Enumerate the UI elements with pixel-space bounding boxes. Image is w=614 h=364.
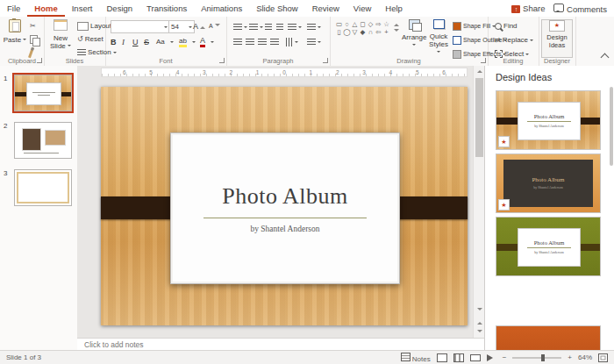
replace-button[interactable]: ⇄Replace <box>495 34 533 46</box>
tab-design[interactable]: Design <box>99 0 139 17</box>
align-text-button[interactable] <box>307 36 321 47</box>
find-button[interactable]: Find <box>495 20 518 32</box>
design-ideas-button[interactable]: ★ Design Ideas <box>541 19 573 58</box>
shape-triangle-icon[interactable]: △ <box>351 20 359 28</box>
numbering-button[interactable] <box>249 21 263 32</box>
editing-group-label: Editing <box>488 57 539 65</box>
slide-sorter-view-icon[interactable] <box>453 353 464 362</box>
columns-button[interactable] <box>284 36 298 47</box>
align-center-button[interactable] <box>246 36 254 47</box>
comments-icon <box>553 4 564 12</box>
shapes-scroll[interactable] <box>393 20 400 36</box>
arrange-button[interactable]: Arrange <box>402 19 426 49</box>
tab-file[interactable]: File <box>0 0 27 17</box>
design-variant-1[interactable]: Photo Album by Shantel Anderson ★ <box>496 90 601 150</box>
slideshow-view-icon[interactable] <box>487 354 496 361</box>
underline-button[interactable]: U <box>132 36 142 47</box>
comments-button[interactable]: Comments <box>553 4 607 14</box>
vertical-scrollbar[interactable] <box>473 66 485 338</box>
copy-button[interactable] <box>30 33 38 45</box>
new-slide-button[interactable]: New Slide <box>46 19 75 50</box>
grow-font-button[interactable]: A <box>193 20 205 32</box>
shape-rectangle-icon[interactable]: ▭ <box>335 20 343 28</box>
main-slide[interactable]: Photo Album by Shantel Anderson <box>101 87 468 325</box>
normal-view-icon[interactable] <box>437 353 447 362</box>
share-button[interactable]: ↑ Share <box>511 4 545 13</box>
shape-ellipse-icon[interactable]: ○ <box>343 20 351 28</box>
shape-arrow-left-icon[interactable]: ⇦ <box>375 28 382 36</box>
collapse-ribbon-icon[interactable] <box>601 54 610 62</box>
align-left-button[interactable] <box>233 36 242 47</box>
bullets-button[interactable] <box>233 21 247 32</box>
shape-rect2-icon[interactable]: ▯ <box>335 28 343 36</box>
shape-star-icon[interactable]: ☆ <box>382 20 390 28</box>
zoom-in-button[interactable]: + <box>568 353 572 361</box>
slide-1-number: 1 <box>4 75 7 82</box>
increase-indent-button[interactable] <box>276 21 283 32</box>
highlight-color-button[interactable]: ab <box>179 36 196 47</box>
slide-title[interactable]: Photo Album <box>222 183 347 210</box>
zoom-out-button[interactable]: − <box>503 353 507 361</box>
notes-toggle-button[interactable]: Notes <box>401 353 431 363</box>
zoom-percentage[interactable]: 64% <box>578 353 592 361</box>
line-spacing-button[interactable] <box>288 21 302 32</box>
tab-view[interactable]: View <box>346 0 378 17</box>
slide-subtitle[interactable]: by Shantel Anderson <box>250 225 319 233</box>
reading-view-icon[interactable] <box>470 354 481 361</box>
quick-styles-button[interactable]: Quick Styles <box>426 19 451 56</box>
design-variant-2[interactable]: Photo Album by Shantel Anderson ★ <box>496 153 601 213</box>
reset-button[interactable]: ↺Reset <box>77 33 104 45</box>
paste-button[interactable]: Paste <box>1 19 29 44</box>
shape-diamond-icon[interactable]: ◇ <box>367 20 375 28</box>
change-case-button[interactable]: Aa <box>156 36 174 47</box>
zoom-slider-thumb[interactable] <box>541 354 545 361</box>
cut-button[interactable]: ✂ <box>30 20 36 32</box>
shape-triangle-down-icon[interactable]: ▽ <box>351 28 359 36</box>
fit-slide-icon[interactable] <box>598 353 608 362</box>
slide-thumbnail-2[interactable] <box>14 122 72 159</box>
tab-insert[interactable]: Insert <box>65 0 100 17</box>
font-name-combobox[interactable] <box>111 20 170 33</box>
font-size-combobox[interactable]: 54 <box>168 20 195 33</box>
shape-diamond2-icon[interactable]: ◆ <box>359 28 367 36</box>
columns-icon <box>285 38 292 46</box>
justify-button[interactable] <box>270 36 279 47</box>
shrink-font-button[interactable]: A <box>209 20 220 32</box>
scrollbar-thumb[interactable] <box>475 78 483 157</box>
shape-plus-icon[interactable]: + <box>382 28 390 36</box>
shape-arc-icon[interactable]: ∩ <box>367 28 375 36</box>
bold-button[interactable]: B <box>111 36 120 47</box>
align-left-icon <box>233 39 242 46</box>
design-variant-4[interactable] <box>496 325 601 350</box>
shape-square-icon[interactable]: ◻ <box>359 20 367 28</box>
tab-home[interactable]: Home <box>27 0 64 17</box>
tab-review[interactable]: Review <box>305 0 346 17</box>
shapes-gallery[interactable]: ▭○△◻◇⇨☆ ▯◯▽◆∩⇦+ <box>335 20 391 36</box>
tab-help[interactable]: Help <box>378 0 410 17</box>
shape-circle-icon[interactable]: ◯ <box>343 28 351 36</box>
reset-icon: ↺ <box>77 35 83 43</box>
decrease-indent-button[interactable] <box>265 21 272 32</box>
new-slide-icon <box>54 19 68 31</box>
zoom-slider[interactable] <box>512 357 561 359</box>
text-direction-button[interactable] <box>307 21 321 32</box>
shapes-scroll-up-icon[interactable] <box>394 21 399 26</box>
pane-scrollbar[interactable] <box>610 87 613 166</box>
notes-pane[interactable]: Click to add notes <box>77 338 485 350</box>
increase-indent-icon <box>276 24 283 31</box>
align-right-button[interactable] <box>258 36 267 47</box>
slide-thumbnail-3[interactable] <box>14 169 72 206</box>
italic-button[interactable]: I <box>122 36 128 47</box>
tab-animations[interactable]: Animations <box>194 0 249 17</box>
title-card[interactable]: Photo Album by Shantel Anderson <box>170 132 399 284</box>
tab-transitions[interactable]: Transitions <box>139 0 194 17</box>
strikethrough-button[interactable]: S <box>144 36 153 47</box>
horizontal-ruler[interactable]: 6543210123456 <box>101 68 468 77</box>
design-variant-3[interactable]: Photo Album by Shantel Anderson <box>496 217 601 276</box>
shape-outline-icon <box>453 36 461 45</box>
tab-slide-show[interactable]: Slide Show <box>249 0 305 17</box>
shape-arrow-right-icon[interactable]: ⇨ <box>375 20 382 28</box>
shapes-scroll-down-icon[interactable] <box>394 29 399 34</box>
slide-thumbnail-1[interactable] <box>14 75 72 111</box>
font-color-button[interactable]: A <box>200 36 214 47</box>
